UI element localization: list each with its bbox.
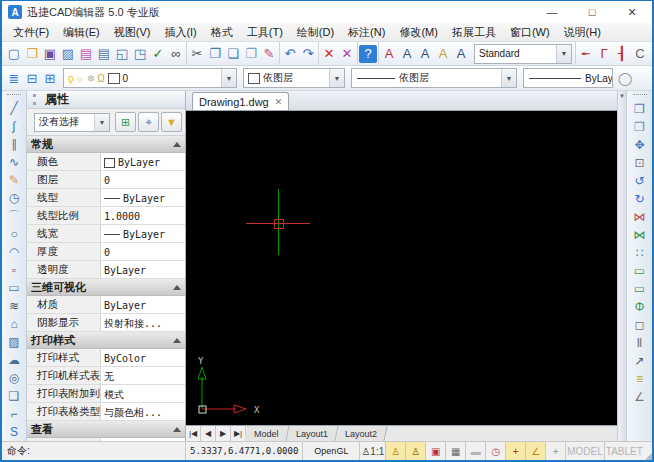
format-painter-icon[interactable]: ✎ (260, 45, 278, 63)
find-icon[interactable]: ∞ (167, 45, 185, 63)
property-value[interactable]: ByLayer (101, 225, 185, 242)
ellipse-arc-icon[interactable]: ◠ (5, 243, 24, 261)
plot-icon[interactable]: ▤ (77, 45, 95, 63)
open-file-icon[interactable]: ❒ (23, 45, 41, 63)
properties-panel-header[interactable]: 属性 (27, 91, 185, 109)
rectangle-icon[interactable]: ▭ (5, 279, 24, 297)
menu-item[interactable]: 编辑(E) (56, 24, 107, 41)
collapse-icon[interactable] (173, 338, 181, 343)
maximize-button[interactable]: □ (572, 1, 612, 23)
menu-item[interactable]: 标注(N) (341, 24, 392, 41)
layer-properties-icon[interactable]: ≣ (5, 69, 23, 87)
rect-scale-icon[interactable]: ▭ (630, 280, 649, 298)
text-style-select[interactable]: Standard ▼ (474, 44, 572, 64)
point-icon[interactable]: ▫ (5, 261, 24, 279)
property-value[interactable]: 模式 (101, 385, 185, 402)
tablet-toggle[interactable]: TABLET (605, 442, 644, 460)
sheet-tab[interactable]: Layout2 (335, 426, 387, 441)
rotate-cw-icon[interactable]: ↻ (630, 190, 649, 208)
mtext-icon[interactable]: A (416, 45, 434, 63)
quick-select-button[interactable]: ▼ (161, 112, 182, 132)
dim-arc-icon[interactable]: C (631, 45, 649, 63)
menu-item[interactable]: 说明(H) (557, 24, 608, 41)
redo-icon[interactable]: ↷ (299, 45, 317, 63)
property-value[interactable]: 与颜色相... (101, 403, 185, 420)
property-value[interactable]: ByLayer (101, 296, 185, 313)
paste-icon[interactable]: ❏ (224, 45, 242, 63)
property-value[interactable]: ByLayer (101, 189, 185, 206)
circle-tool-icon[interactable]: ◯ (616, 69, 634, 87)
layer-translate-icon[interactable]: ⊞ (41, 69, 59, 87)
layer-select[interactable]: ϙ ☼ ❄ Ω 0 ▼ (63, 68, 237, 88)
toolbar-grip[interactable] (7, 94, 21, 97)
collapse-icon[interactable] (173, 427, 181, 432)
arc-icon[interactable]: ⌒ (5, 207, 24, 225)
select-objects-button[interactable]: ⌖ (138, 112, 159, 132)
save-icon[interactable]: ▣ (41, 45, 59, 63)
spell-check-icon[interactable]: ✓ (149, 45, 167, 63)
mirror-icon[interactable]: ⋈ (630, 208, 649, 226)
dim-vertical-icon[interactable]: ┨ (613, 45, 631, 63)
hatch-icon[interactable]: ≡ (630, 370, 649, 388)
duplicate-icon[interactable]: ❐ (630, 118, 649, 136)
sketch-icon[interactable]: ✎ (5, 171, 24, 189)
color-select[interactable]: 依图层 ▼ (243, 68, 345, 88)
menu-item[interactable]: 绘制(D) (290, 24, 341, 41)
delete-icon[interactable]: ✕ (320, 45, 338, 63)
annotation-scale-toggle[interactable]: ♙1:1 (360, 442, 386, 460)
menu-item[interactable]: 视图(V) (107, 24, 158, 41)
section-header[interactable]: 查看 (27, 421, 185, 438)
scale-text-icon[interactable]: A (452, 45, 470, 63)
close-icon[interactable]: ✕ (275, 97, 283, 107)
revcloud-icon[interactable]: ☁ (5, 351, 24, 369)
select-box-icon[interactable]: ⊡ (630, 154, 649, 172)
model-toggle[interactable]: MODEL (566, 442, 605, 460)
polygon-icon[interactable]: ⌂ (5, 315, 24, 333)
collapse-icon[interactable] (173, 142, 181, 147)
property-value[interactable]: 无 (101, 367, 185, 384)
sheet-nav-button[interactable]: |◀ (186, 426, 201, 441)
section-header[interactable]: 三维可视化 (27, 279, 185, 296)
pick-add-button[interactable]: ⊞ (115, 112, 136, 132)
align-icon[interactable]: Ⅱ (630, 334, 649, 352)
toolbar-grip[interactable] (633, 94, 647, 98)
edit-text-icon[interactable]: A (434, 45, 452, 63)
model-canvas[interactable]: Y X (186, 111, 617, 425)
dim-angular-icon[interactable]: Γ (595, 45, 613, 63)
grid-toggle[interactable]: ▦ (446, 442, 466, 460)
sheet-nav-button[interactable]: ◀ (201, 426, 216, 441)
cut-icon[interactable]: ✂ (188, 45, 206, 63)
move-icon[interactable]: ✥ (630, 136, 649, 154)
property-value[interactable]: 1.0000 (101, 207, 185, 224)
export-icon[interactable]: ▨ (59, 45, 77, 63)
copy-icon[interactable]: ❐ (206, 45, 224, 63)
ellipse-icon[interactable]: ○ (5, 225, 24, 243)
spline-icon[interactable]: ∫ (5, 117, 24, 135)
donut-icon[interactable]: ◎ (5, 369, 24, 387)
parallel-icon[interactable]: ∥ (5, 135, 24, 153)
command-line[interactable]: 命令: (2, 442, 186, 460)
copy-object-icon[interactable]: ❐ (630, 100, 649, 118)
osnap-toggle[interactable]: + (546, 442, 566, 460)
minimize-button[interactable]: — (532, 1, 572, 23)
canvas-scrollbar[interactable]: ▼ (617, 91, 626, 441)
resize-grip[interactable] (644, 442, 652, 460)
sheet-tab[interactable]: Model (244, 426, 289, 441)
print-icon[interactable]: ▤ (95, 45, 113, 63)
menu-item[interactable]: 插入(I) (157, 24, 203, 41)
close-button[interactable]: ✕ (612, 1, 652, 23)
new-file-icon[interactable]: ▢ (5, 45, 23, 63)
line-icon[interactable]: ╱ (5, 99, 24, 117)
region-icon[interactable]: ▨ (5, 333, 24, 351)
menu-item[interactable]: 文件(F) (6, 24, 56, 41)
regen-icon[interactable]: S (5, 423, 24, 441)
polar-toggle[interactable]: ∠ (526, 442, 546, 460)
wipeout-icon[interactable]: ❑ (5, 387, 24, 405)
dim-linear-icon[interactable]: ╾ (577, 45, 595, 63)
selection-filter-select[interactable]: 没有选择 ▼ (34, 113, 110, 132)
menu-item[interactable]: 格式 (204, 24, 240, 41)
help-icon[interactable]: ? (359, 45, 377, 63)
document-tab[interactable]: Drawing1.dwg ✕ (192, 92, 289, 110)
menu-item[interactable]: 拓展工具 (445, 24, 503, 41)
spring-icon[interactable]: ≋ (5, 297, 24, 315)
